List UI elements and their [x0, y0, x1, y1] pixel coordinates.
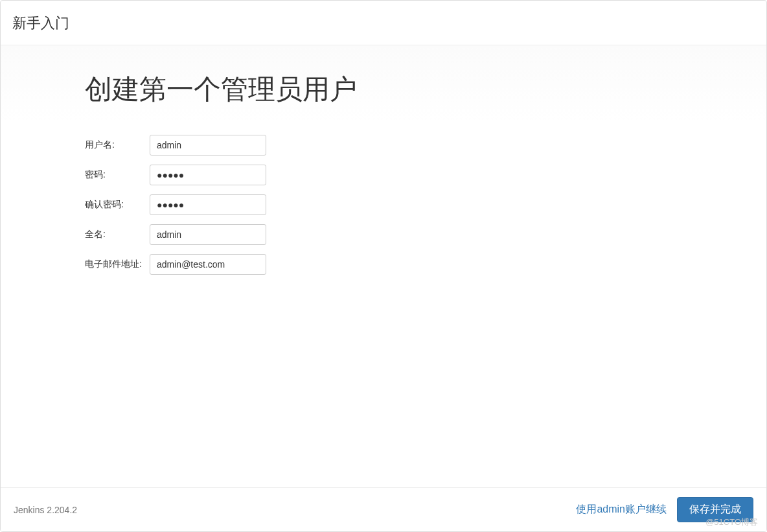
footer: Jenkins 2.204.2 使用admin账户继续 保存并完成: [1, 487, 766, 531]
password-label: 密码:: [85, 169, 150, 181]
version-text: Jenkins 2.204.2: [14, 505, 77, 515]
footer-actions: 使用admin账户继续 保存并完成: [576, 497, 753, 522]
fullname-input[interactable]: [150, 224, 266, 245]
confirm-password-label: 确认密码:: [85, 199, 150, 211]
form-row-fullname: 全名:: [85, 224, 766, 245]
continue-as-admin-link[interactable]: 使用admin账户继续: [576, 503, 667, 516]
form-row-email: 电子邮件地址:: [85, 254, 766, 275]
header-title: 新手入门: [12, 14, 755, 33]
email-input[interactable]: [150, 254, 266, 275]
form-row-password: 密码:: [85, 165, 766, 185]
email-label: 电子邮件地址:: [85, 259, 150, 270]
username-input[interactable]: [150, 135, 266, 156]
username-label: 用户名:: [85, 139, 150, 151]
save-and-finish-button[interactable]: 保存并完成: [677, 497, 753, 522]
header: 新手入门: [1, 1, 766, 45]
page-heading: 创建第一个管理员用户: [85, 71, 766, 108]
content-area: 创建第一个管理员用户 用户名: 密码: 确认密码: 全名: 电子邮件地址:: [1, 45, 766, 487]
form-row-confirm-password: 确认密码:: [85, 194, 766, 215]
password-input[interactable]: [150, 165, 266, 185]
form-row-username: 用户名:: [85, 135, 766, 156]
confirm-password-input[interactable]: [150, 194, 266, 215]
admin-user-form: 用户名: 密码: 确认密码: 全名: 电子邮件地址:: [85, 135, 766, 275]
fullname-label: 全名:: [85, 229, 150, 240]
